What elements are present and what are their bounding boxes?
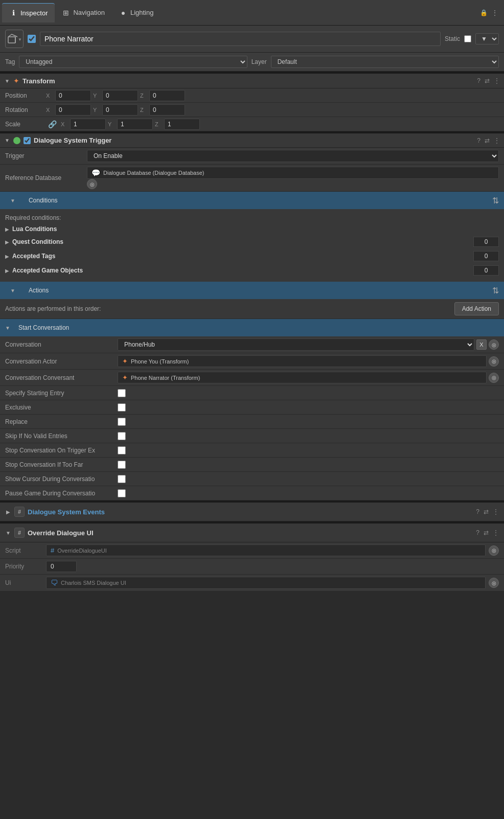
pause-game-checkbox[interactable] — [118, 489, 126, 497]
tags-label: Accepted Tags — [12, 253, 470, 260]
quest-count: 0 — [473, 237, 499, 247]
more-icon[interactable]: ⋮ — [492, 9, 498, 16]
tags-item[interactable]: ▶ Accepted Tags 0 — [5, 249, 499, 263]
objects-arrow: ▶ — [5, 268, 9, 274]
tab-lighting[interactable]: ● Lighting — [112, 3, 161, 22]
tab-navigation[interactable]: ⊞ Navigation — [55, 3, 111, 22]
override-more-icon[interactable]: ⋮ — [493, 529, 499, 536]
actor-circle-btn[interactable]: ◎ — [489, 356, 499, 367]
actions-header[interactable]: ▼ Actions ⇅ — [0, 282, 504, 299]
override-help-icon[interactable]: ? — [476, 529, 479, 536]
skip-row: Skip If No Valid Entries — [0, 429, 504, 443]
dialogue-events-help-icon[interactable]: ? — [476, 508, 479, 515]
replace-checkbox[interactable] — [118, 418, 126, 426]
ref-db-circle-btn[interactable]: ◎ — [87, 179, 97, 189]
objects-item[interactable]: ▶ Accepted Game Objects 0 — [5, 263, 499, 278]
add-action-button[interactable]: Add Action — [454, 302, 499, 315]
override-section-header[interactable]: ▼ # Override Dialogue UI ? ⇄ ⋮ — [0, 522, 504, 542]
conversation-row: Conversation Phone/Hub X ◎ — [0, 336, 504, 353]
conditions-header[interactable]: ▼ Conditions ⇅ — [0, 192, 504, 209]
conditions-title: Conditions — [24, 194, 489, 207]
dialogue-events-collapse-arrow[interactable]: ▶ — [5, 509, 11, 515]
replace-row: Replace — [0, 415, 504, 429]
position-x-input[interactable] — [55, 90, 91, 101]
conversation-dropdown[interactable]: Phone/Hub — [118, 338, 474, 351]
actor-value: Phone You (Transform) — [131, 358, 189, 365]
stop-far-checkbox[interactable] — [118, 461, 126, 469]
conversation-label: Conversation — [5, 341, 118, 348]
dialogue-events-hash-icon: # — [14, 507, 25, 517]
position-z-input[interactable] — [149, 90, 185, 101]
scale-link-icon[interactable]: 🔗 — [48, 120, 57, 128]
rotation-z-input[interactable] — [149, 104, 185, 116]
exclusive-checkbox[interactable] — [118, 403, 126, 412]
stop-trigger-checkbox[interactable] — [118, 446, 126, 454]
conversation-clear-btn[interactable]: X — [476, 339, 487, 350]
static-checkbox[interactable] — [464, 35, 471, 42]
conditions-sort-icon[interactable]: ⇅ — [492, 196, 499, 206]
go-active-checkbox[interactable] — [28, 35, 36, 43]
rotation-row: Rotation X Y Z — [0, 103, 504, 117]
skip-checkbox[interactable] — [118, 432, 126, 440]
dst-settings-icon[interactable]: ⇄ — [485, 137, 490, 144]
tag-select[interactable]: Untagged — [19, 56, 247, 68]
navigation-icon: ⊞ — [62, 9, 70, 17]
dst-help-icon[interactable]: ? — [477, 137, 480, 144]
rotation-y-input[interactable] — [102, 104, 138, 116]
scale-z-axis: Z — [155, 121, 162, 127]
rotation-x-input[interactable] — [55, 104, 91, 116]
exclusive-row: Exclusive — [0, 400, 504, 415]
show-cursor-checkbox[interactable] — [118, 475, 126, 483]
dst-active-checkbox[interactable] — [24, 137, 31, 144]
layer-label: Layer — [251, 58, 267, 65]
transform-more-icon[interactable]: ⋮ — [494, 77, 500, 84]
quest-conditions-item[interactable]: ▶ Quest Conditions 0 — [5, 235, 499, 249]
transform-help-icon[interactable]: ? — [477, 77, 480, 84]
transform-settings-icon[interactable]: ⇄ — [485, 77, 490, 84]
position-label: Position — [5, 92, 46, 99]
script-value: OverrideDialogueUI — [57, 548, 107, 554]
override-hash-icon: # — [14, 528, 25, 538]
conversant-label: Conversation Conversant — [5, 374, 118, 381]
position-y-input[interactable] — [102, 90, 138, 101]
conversation-circle-btn[interactable]: ◎ — [489, 339, 499, 350]
specify-entry-row: Specify Starting Entry — [0, 386, 504, 400]
scale-y-input[interactable] — [117, 119, 153, 130]
dst-section: Trigger On Enable Reference Database 💬 D… — [0, 148, 504, 500]
scale-z-input[interactable] — [164, 119, 200, 130]
specify-entry-checkbox[interactable] — [118, 389, 126, 397]
replace-label: Replace — [5, 418, 118, 425]
override-settings-icon[interactable]: ⇄ — [484, 529, 489, 536]
lua-conditions-label: Lua Conditions — [12, 225, 499, 233]
dialogue-events-title: Dialogue System Events — [28, 508, 473, 516]
go-name-input[interactable] — [40, 32, 441, 46]
tab-inspector[interactable]: ℹ Inspector — [2, 3, 55, 22]
dst-collapse-arrow[interactable]: ▼ — [4, 138, 10, 144]
sms-icon: 🗨 — [51, 579, 58, 587]
stop-trigger-row: Stop Conversation On Trigger Ex — [0, 443, 504, 458]
static-dropdown[interactable]: ▼ — [475, 33, 499, 44]
conversant-circle-btn[interactable]: ◎ — [489, 373, 499, 383]
transform-title: Transform — [22, 77, 474, 85]
transform-collapse-arrow[interactable]: ▼ — [4, 78, 10, 84]
dst-more-icon[interactable]: ⋮ — [494, 137, 500, 144]
dialogue-events-section-header[interactable]: ▶ # Dialogue System Events ? ⇄ ⋮ — [0, 502, 504, 521]
trigger-dropdown[interactable]: On Enable — [87, 150, 499, 162]
layer-select[interactable]: Default — [271, 56, 499, 68]
dialogue-events-settings-icon[interactable]: ⇄ — [484, 508, 489, 515]
lua-conditions-item[interactable]: ▶ Lua Conditions — [5, 223, 499, 235]
lock-icon[interactable]: 🔒 — [480, 9, 488, 16]
go-cube-icon[interactable]: ▼ — [5, 30, 24, 48]
ui-circle-btn[interactable]: ◎ — [489, 578, 499, 588]
transform-icon: ✦ — [13, 77, 19, 85]
dialogue-events-more-icon[interactable]: ⋮ — [493, 508, 499, 515]
script-circle-btn[interactable]: ◎ — [489, 545, 499, 556]
actions-sort-icon[interactable]: ⇅ — [492, 286, 499, 295]
start-conversation-header[interactable]: ▼ Start Conversation — [0, 319, 504, 336]
scale-x-input[interactable] — [70, 119, 106, 130]
stop-trigger-label: Stop Conversation On Trigger Ex — [5, 447, 118, 454]
priority-input[interactable] — [46, 561, 77, 572]
override-title: Override Dialogue UI — [28, 529, 473, 537]
override-collapse-arrow[interactable]: ▼ — [5, 530, 11, 536]
ref-db-text: Dialogue Database (Dialogue Database) — [103, 170, 204, 176]
